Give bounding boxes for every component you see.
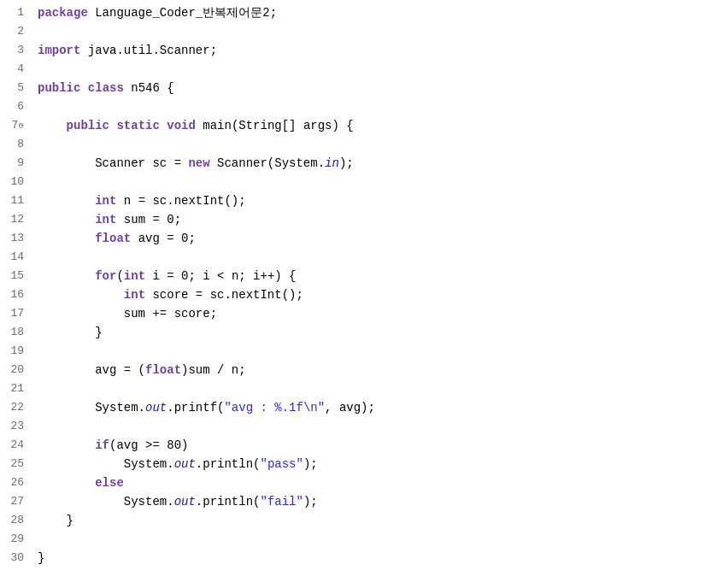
line-5: public class n546 {: [38, 79, 711, 97]
ln-3: 3: [3, 41, 24, 60]
line-4: [38, 60, 711, 79]
line-28: }: [38, 511, 711, 530]
line-22: System.out.printf("avg : %.1f\n", avg);: [38, 398, 711, 417]
ln-13: 13: [3, 229, 24, 248]
ln-16: 16: [3, 285, 24, 304]
ln-1: 1: [3, 3, 24, 22]
line-11: int n = sc.nextInt();: [38, 191, 711, 210]
line-15: for(int i = 0; i < n; i++) {: [38, 267, 711, 285]
line-29: [38, 530, 711, 549]
line-9: Scanner sc = new Scanner(System.in);: [38, 154, 711, 173]
line-13: float avg = 0;: [38, 229, 711, 248]
line-8: [38, 135, 711, 154]
ln-24: 24: [3, 436, 24, 455]
line-6: [38, 97, 711, 116]
ln-8: 8: [3, 135, 24, 154]
ln-25: 25: [3, 455, 24, 473]
ln-21: 21: [3, 379, 24, 398]
line-10: [38, 173, 711, 191]
code-content: package Language_Coder_반복제어문2; import ja…: [31, 3, 711, 585]
ln-14: 14: [3, 248, 24, 267]
line-27: System.out.println("fail");: [38, 492, 711, 511]
line-3: import java.util.Scanner;: [38, 41, 711, 60]
line-7: public static void main(String[] args) {: [38, 116, 711, 135]
line-12: int sum = 0;: [38, 210, 711, 229]
line-17: sum += score;: [38, 304, 711, 323]
ln-30: 30: [3, 549, 24, 567]
ln-10: 10: [3, 173, 24, 191]
ln-18: 18: [3, 323, 24, 342]
ln-6: 6: [3, 97, 24, 116]
line-16: int score = sc.nextInt();: [38, 285, 711, 304]
line-1: package Language_Coder_반복제어문2;: [38, 3, 711, 22]
line-25: System.out.println("pass");: [38, 455, 711, 473]
line-14: [38, 248, 711, 267]
ln-22: 22: [3, 398, 24, 417]
ln-17: 17: [3, 304, 24, 323]
ln-7: 7⊖: [3, 116, 24, 135]
line-20: avg = (float)sum / n;: [38, 361, 711, 379]
line-30: }: [38, 549, 711, 567]
line-26: else: [38, 473, 711, 492]
ln-12: 12: [3, 210, 24, 229]
ln-15: 15: [3, 267, 24, 285]
ln-23: 23: [3, 417, 24, 436]
ln-27: 27: [3, 492, 24, 511]
line-19: [38, 342, 711, 361]
ln-5: 5: [3, 79, 24, 97]
line-24: if(avg >= 80): [38, 436, 711, 455]
ln-2: 2: [3, 22, 24, 41]
code-editor: 1 2 3 4 5 6 7⊖ 8 9 10 11 12 13 14 15 16 …: [0, 0, 711, 588]
line-18: }: [38, 323, 711, 342]
ln-28: 28: [3, 511, 24, 530]
line-numbers: 1 2 3 4 5 6 7⊖ 8 9 10 11 12 13 14 15 16 …: [0, 3, 31, 585]
ln-20: 20: [3, 361, 24, 379]
ln-9: 9: [3, 154, 24, 173]
line-23: [38, 417, 711, 436]
line-21: [38, 379, 711, 398]
ln-29: 29: [3, 530, 24, 549]
line-2: [38, 22, 711, 41]
ln-11: 11: [3, 191, 24, 210]
ln-19: 19: [3, 342, 24, 361]
ln-4: 4: [3, 60, 24, 79]
ln-26: 26: [3, 473, 24, 492]
